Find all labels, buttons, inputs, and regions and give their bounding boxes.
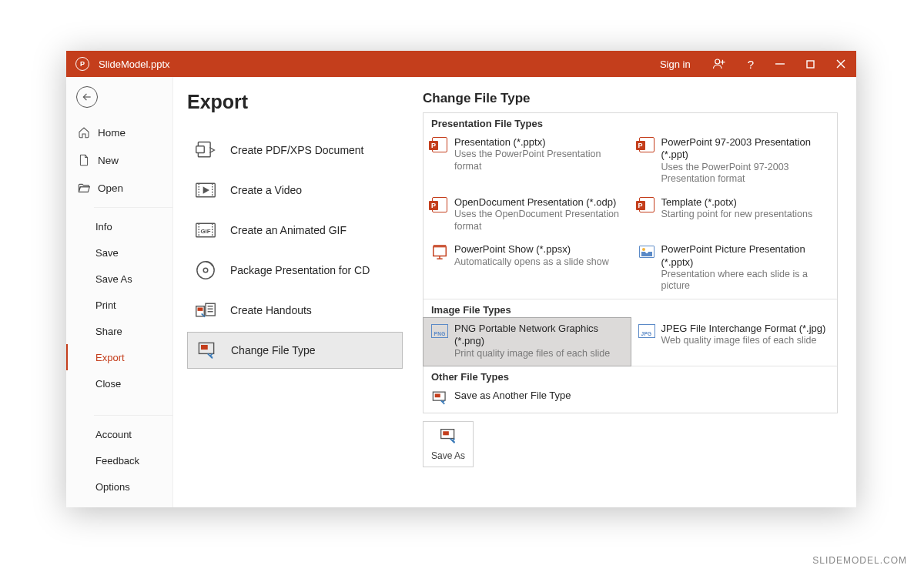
export-option-label: Create a Video [230, 184, 302, 196]
home-icon [78, 126, 90, 139]
new-icon [78, 154, 90, 166]
close-window-button[interactable] [825, 51, 856, 77]
save-as-button-label: Save As [431, 450, 465, 461]
potx-icon [638, 196, 655, 213]
sign-in-button[interactable]: Sign in [649, 51, 701, 77]
export-option-label: Create an Animated GIF [230, 224, 346, 236]
odp-icon [431, 196, 448, 213]
handouts-icon [195, 299, 216, 321]
svg-point-0 [715, 59, 719, 64]
export-option-label: Create PDF/XPS Document [230, 144, 364, 156]
svg-rect-27 [201, 345, 208, 350]
backstage-sidebar: Home New Open Info Save Save As Print Sh… [66, 77, 173, 507]
sidebar-label: Open [98, 182, 123, 194]
sidebar-item-new[interactable]: New [66, 146, 172, 174]
export-heading: Export [187, 91, 406, 113]
jpg-icon: JPG [638, 323, 655, 340]
sidebar-item-feedback[interactable]: Feedback [66, 447, 172, 473]
save-as-button-icon [438, 428, 458, 447]
panel-heading: Change File Type [423, 91, 838, 106]
ppt-icon [638, 136, 655, 153]
sidebar-item-account[interactable]: Account [66, 421, 172, 447]
svg-rect-25 [198, 308, 203, 311]
filetype-potx[interactable]: Template (*.potx) Starting point for new… [631, 192, 838, 239]
svg-marker-13 [203, 188, 208, 193]
change-file-type-icon [196, 340, 217, 361]
export-option-change-file-type[interactable]: Change File Type [187, 332, 403, 369]
ppsx-icon [431, 243, 448, 260]
sidebar-item-options[interactable]: Options [66, 473, 172, 500]
powerpoint-app-icon: P [75, 57, 89, 71]
maximize-button[interactable] [795, 51, 825, 77]
svg-rect-35 [443, 431, 449, 435]
minimize-button[interactable] [765, 51, 795, 77]
pdf-icon [195, 139, 216, 161]
cd-icon [195, 259, 216, 281]
file-types-box: Presentation File Types Presentation (*.… [423, 112, 838, 413]
gif-icon: GIF [195, 219, 216, 241]
title-bar: P SlideModel.pptx Sign in ? [66, 51, 856, 77]
open-icon [78, 182, 90, 193]
svg-rect-20 [206, 303, 215, 316]
group-image-title: Image File Types [424, 299, 837, 318]
video-icon [195, 179, 216, 201]
watermark: SLIDEMODEL.COM [812, 555, 907, 566]
document-title: SlideModel.pptx [99, 59, 170, 70]
svg-rect-4 [807, 61, 814, 68]
export-option-video[interactable]: Create a Video [187, 172, 403, 209]
sidebar-label: New [98, 155, 119, 166]
filetype-odp[interactable]: OpenDocument Presentation (*.odp) Uses t… [424, 192, 631, 239]
back-button[interactable] [76, 86, 98, 108]
sidebar-item-save-as[interactable]: Save As [66, 266, 172, 292]
sidebar-item-info[interactable]: Info [66, 213, 172, 239]
sidebar-item-save[interactable]: Save [66, 239, 172, 266]
sidebar-item-export[interactable]: Export [66, 344, 172, 370]
sidebar-label: Home [98, 127, 126, 139]
change-file-type-panel: Change File Type Presentation File Types… [406, 77, 856, 507]
svg-point-19 [203, 268, 208, 273]
export-option-gif[interactable]: GIF Create an Animated GIF [187, 212, 403, 249]
save-as-other-icon [431, 390, 448, 406]
group-presentation-title: Presentation File Types [424, 113, 837, 132]
export-option-cd[interactable]: Package Presentation for CD [187, 252, 403, 289]
filetype-other[interactable]: Save as Another File Type [424, 385, 631, 413]
sidebar-item-print[interactable]: Print [66, 292, 172, 318]
sidebar-item-open[interactable]: Open [66, 174, 172, 202]
filetype-ppt[interactable]: PowerPoint 97-2003 Presentation (*.ppt) … [631, 132, 838, 192]
sidebar-item-home[interactable]: Home [66, 119, 172, 146]
export-options-column: Export Create PDF/XPS Document Create a … [173, 77, 406, 507]
export-option-handouts[interactable]: Create Handouts [187, 292, 403, 329]
sidebar-item-share[interactable]: Share [66, 318, 172, 344]
svg-rect-28 [434, 247, 447, 256]
picture-presentation-icon [638, 243, 655, 260]
sidebar-item-close[interactable]: Close [66, 370, 172, 396]
export-option-pdf[interactable]: Create PDF/XPS Document [187, 132, 403, 169]
powerpoint-backstage-window: P SlideModel.pptx Sign in ? [66, 51, 856, 507]
svg-rect-33 [435, 394, 440, 398]
filetype-jpg[interactable]: JPG JPEG File Interchange Format (*.jpg)… [631, 318, 838, 366]
filetype-ppsx[interactable]: PowerPoint Show (*.ppsx) Automatically o… [424, 239, 631, 299]
png-icon: PNG [431, 323, 448, 340]
pptx-icon [431, 136, 448, 153]
svg-rect-9 [196, 146, 205, 153]
export-option-label: Package Presentation for CD [230, 264, 370, 276]
export-option-label: Create Handouts [230, 304, 312, 316]
svg-text:GIF: GIF [200, 228, 210, 235]
filetype-picture-pptx[interactable]: PowerPoint Picture Presentation (*.pptx)… [631, 239, 838, 299]
filetype-pptx[interactable]: Presentation (*.pptx) Uses the PowerPoin… [424, 132, 631, 192]
save-as-button[interactable]: Save As [423, 421, 474, 467]
export-option-label: Change File Type [231, 344, 315, 356]
group-other-title: Other File Types [424, 366, 837, 385]
help-button[interactable]: ? [737, 51, 765, 77]
filetype-png[interactable]: PNG PNG Portable Network Graphics (*.png… [423, 317, 631, 366]
account-manager-icon[interactable] [701, 51, 737, 77]
